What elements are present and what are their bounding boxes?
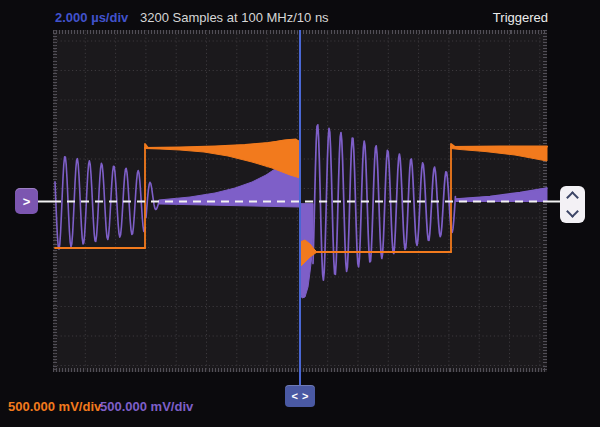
chevron-down-icon[interactable] <box>566 205 579 218</box>
chevron-right-icon: > <box>23 194 31 209</box>
trigger-level-handle[interactable]: > <box>15 188 38 214</box>
trigger-position-handle[interactable]: < > <box>285 385 315 407</box>
chevron-up-icon[interactable] <box>566 191 579 204</box>
channel-b-scale-label[interactable]: 500.000 mV/div <box>100 399 193 414</box>
chevron-left-icon: < <box>292 390 298 402</box>
chevron-right-icon: > <box>302 390 308 402</box>
oscilloscope-app: 2.000 µs/div 3200 Samples at 100 MHz/10 … <box>0 0 600 427</box>
vertical-offset-stepper[interactable] <box>560 186 585 223</box>
waveform-canvas <box>0 0 600 427</box>
channel-a-scale-label[interactable]: 500.000 mV/div <box>8 399 101 414</box>
